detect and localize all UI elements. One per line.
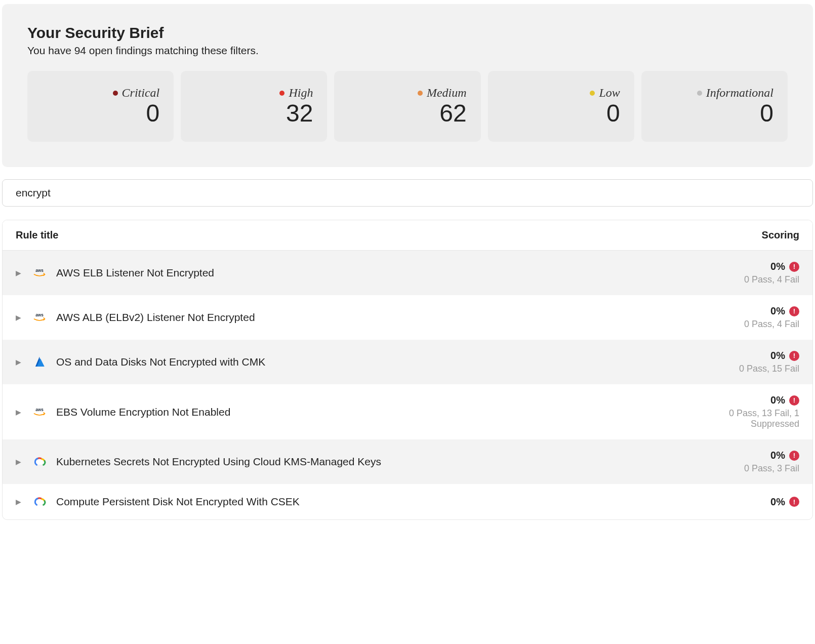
table-row[interactable]: ▶Kubernetes Secrets Not Encrypted Using …	[3, 439, 812, 484]
score-percent: 0%	[770, 450, 785, 461]
severity-count: 32	[286, 101, 313, 126]
severity-dot-icon	[590, 91, 595, 96]
expand-caret-icon[interactable]: ▶	[16, 358, 23, 366]
severity-dot-icon	[418, 91, 423, 96]
score-detail: 0 Pass, 4 Fail	[744, 319, 799, 330]
severity-count: 0	[760, 101, 773, 126]
rule-title: Compute Persistent Disk Not Encrypted Wi…	[56, 496, 761, 508]
severity-dot-icon	[279, 91, 284, 96]
alert-badge-icon: !	[789, 395, 799, 406]
azure-provider-icon	[32, 354, 47, 370]
findings-table: Rule title Scoring ▶awsAWS ELB Listener …	[2, 220, 813, 520]
severity-card-high[interactable]: High 32	[181, 71, 327, 142]
severity-label: Medium	[427, 86, 467, 100]
severity-card-critical[interactable]: Critical 0	[27, 71, 174, 142]
expand-caret-icon[interactable]: ▶	[16, 498, 23, 506]
aws-provider-icon: aws	[32, 405, 47, 420]
score-block: 0%!0 Pass, 15 Fail	[739, 350, 799, 374]
severity-label: Informational	[706, 86, 773, 100]
expand-caret-icon[interactable]: ▶	[16, 313, 23, 321]
column-header-rule-title[interactable]: Rule title	[16, 229, 58, 241]
score-percent: 0%	[770, 350, 785, 361]
alert-badge-icon: !	[789, 306, 799, 316]
rule-title: OS and Data Disks Not Encrypted with CMK	[56, 356, 730, 368]
severity-count: 0	[146, 101, 160, 126]
table-row[interactable]: ▶awsAWS ELB Listener Not Encrypted0%!0 P…	[3, 251, 812, 295]
score-block: 0%!0 Pass, 4 Fail	[744, 261, 799, 285]
score-percent: 0%	[770, 496, 785, 508]
score-block: 0%!0 Pass, 4 Fail	[744, 305, 799, 330]
svg-text:aws: aws	[35, 268, 44, 273]
score-detail: 0 Pass, 3 Fail	[744, 463, 799, 474]
severity-card-informational[interactable]: Informational 0	[641, 71, 788, 142]
brief-title: Your Security Brief	[27, 24, 788, 42]
rule-title: AWS ELB Listener Not Encrypted	[56, 267, 735, 279]
alert-badge-icon: !	[789, 451, 799, 461]
severity-card-medium[interactable]: Medium 62	[334, 71, 480, 142]
aws-provider-icon: aws	[32, 265, 47, 280]
severity-count: 62	[439, 101, 466, 126]
alert-badge-icon: !	[789, 351, 799, 361]
severity-dot-icon	[697, 91, 702, 96]
rule-title: AWS ALB (ELBv2) Listener Not Encrypted	[56, 311, 735, 324]
score-percent: 0%	[770, 305, 785, 317]
table-header-row: Rule title Scoring	[3, 220, 812, 251]
expand-caret-icon[interactable]: ▶	[16, 408, 23, 416]
alert-badge-icon: !	[789, 262, 799, 272]
severity-cards-row: Critical 0 High 32 Medium 62 Low 0	[27, 71, 788, 142]
table-row[interactable]: ▶awsAWS ALB (ELBv2) Listener Not Encrypt…	[3, 295, 812, 340]
severity-count: 0	[606, 101, 620, 126]
rule-title: EBS Volume Encryption Not Enabled	[56, 406, 684, 418]
score-percent: 0%	[770, 261, 785, 272]
severity-label: Critical	[122, 86, 160, 100]
security-brief-panel: Your Security Brief You have 94 open fin…	[2, 4, 813, 167]
score-detail: 0 Pass, 15 Fail	[739, 364, 799, 374]
search-input[interactable]	[2, 179, 813, 207]
severity-card-low[interactable]: Low 0	[488, 71, 634, 142]
table-row[interactable]: ▶Compute Persistent Disk Not Encrypted W…	[3, 484, 812, 519]
table-row[interactable]: ▶awsEBS Volume Encryption Not Enabled0%!…	[3, 384, 812, 439]
expand-caret-icon[interactable]: ▶	[16, 458, 23, 466]
expand-caret-icon[interactable]: ▶	[16, 269, 23, 277]
gcp-provider-icon	[32, 494, 47, 509]
score-percent: 0%	[770, 394, 785, 406]
score-block: 0%!0 Pass, 13 Fail, 1 Suppressed	[693, 394, 799, 429]
score-block: 0%!0 Pass, 3 Fail	[744, 450, 799, 474]
svg-text:aws: aws	[35, 313, 44, 317]
brief-subtitle: You have 94 open findings matching these…	[27, 45, 788, 57]
score-detail: 0 Pass, 4 Fail	[744, 274, 799, 285]
severity-label: Low	[599, 86, 620, 100]
severity-label: High	[289, 86, 313, 100]
svg-text:aws: aws	[35, 407, 44, 412]
alert-badge-icon: !	[789, 497, 799, 507]
score-block: 0%!	[770, 496, 799, 508]
gcp-provider-icon	[32, 454, 47, 469]
table-row[interactable]: ▶OS and Data Disks Not Encrypted with CM…	[3, 340, 812, 384]
severity-dot-icon	[113, 91, 118, 96]
rule-title: Kubernetes Secrets Not Encrypted Using C…	[56, 456, 735, 468]
column-header-scoring[interactable]: Scoring	[762, 229, 799, 241]
aws-provider-icon: aws	[32, 310, 47, 325]
score-detail: 0 Pass, 13 Fail, 1 Suppressed	[693, 408, 799, 429]
